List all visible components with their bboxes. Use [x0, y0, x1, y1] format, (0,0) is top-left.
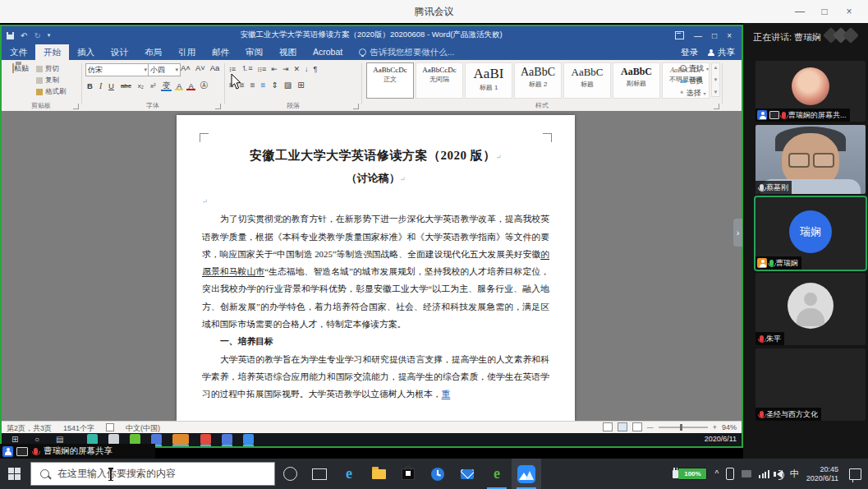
taskbar-search-box[interactable]: 在这里输入你要搜索的内容 — [30, 462, 275, 486]
tab-mailings[interactable]: 邮件 — [204, 44, 237, 60]
sidebar-collapse-handle[interactable]: › — [733, 219, 742, 247]
multilevel-list-button[interactable]: ⁝⁝≡ — [257, 65, 266, 73]
tab-home[interactable]: 开始 — [35, 44, 69, 60]
font-name-select[interactable]: 仿宋▾ — [85, 63, 149, 76]
restore-icon[interactable]: □ — [812, 0, 837, 23]
cortana-button[interactable] — [275, 459, 305, 489]
tencent-meeting-taskbar-button[interactable] — [512, 459, 541, 489]
font-color-button[interactable]: A — [186, 81, 195, 90]
share-button[interactable]: 共享 — [708, 47, 735, 58]
clock-app-button[interactable] — [423, 459, 452, 489]
participant-tile-video[interactable]: 蔡基刚 — [755, 125, 866, 194]
participant-tile-screen-share[interactable]: 曹瑞娴的屏幕共... — [755, 61, 866, 122]
taskbar-clock[interactable]: 20:45 2020/6/11 — [806, 465, 838, 483]
asian-layout-button[interactable]: ✕ — [293, 65, 300, 73]
clipboard-dialog-launcher[interactable] — [73, 104, 79, 109]
word-restore-icon[interactable]: □ — [712, 31, 717, 40]
file-explorer-button[interactable] — [364, 459, 393, 489]
tab-design[interactable]: 设计 — [103, 44, 136, 60]
enclose-characters-button[interactable]: Ⓐ — [199, 81, 210, 91]
tell-me-box[interactable]: 告诉我您想要做什么... — [351, 44, 454, 60]
align-right-button[interactable]: ≡ — [250, 81, 255, 90]
quick-access-dropdown-icon[interactable]: ▾ — [48, 32, 51, 39]
style-title[interactable]: AaBbC 标题 — [563, 62, 611, 99]
bold-button[interactable]: B — [85, 81, 94, 90]
tab-references[interactable]: 引用 — [170, 44, 204, 60]
browser-button[interactable]: e — [482, 459, 512, 489]
network-icon[interactable] — [759, 470, 769, 478]
phonetic-guide-button[interactable]: 变 — [161, 81, 172, 91]
style-normal[interactable]: AaBbCcDc 正文 — [366, 62, 414, 99]
line-spacing-button[interactable]: ⇕ — [271, 81, 278, 90]
zoom-in-button[interactable]: + — [713, 423, 717, 431]
zoom-percentage[interactable]: 94% — [722, 423, 737, 431]
read-mode-icon[interactable] — [603, 422, 613, 431]
change-case-button[interactable]: Aa — [209, 63, 222, 72]
shrink-font-button[interactable]: A˅ — [194, 63, 207, 72]
tab-review[interactable]: 审阅 — [237, 44, 271, 60]
shading-button[interactable]: ▨ — [284, 81, 292, 90]
subscript-button[interactable]: x₂ — [136, 82, 145, 90]
numbering-button[interactable]: ⒈≡ — [241, 63, 252, 74]
find-button[interactable]: 查找▾ — [680, 62, 709, 74]
italic-button[interactable]: I — [98, 82, 103, 90]
phone-icon[interactable] — [726, 468, 734, 480]
styles-dialog-launcher[interactable] — [714, 104, 719, 109]
sort-button[interactable]: ↓ — [305, 65, 309, 73]
tab-acrobat[interactable]: Acrobat — [305, 44, 351, 60]
superscript-button[interactable]: x² — [149, 82, 158, 90]
paste-button[interactable]: 粘贴 — [8, 63, 33, 74]
select-button[interactable]: ⌖选择▾ — [680, 87, 709, 99]
zoom-slider-thumb[interactable] — [680, 424, 682, 431]
start-button[interactable] — [8, 468, 21, 480]
tab-view[interactable]: 视图 — [271, 44, 305, 60]
redo-icon[interactable]: ↻ — [34, 31, 40, 40]
mail-app-button[interactable] — [452, 459, 482, 489]
participant-tile-speaker[interactable]: 瑞娴 曹瑞娴 — [755, 197, 866, 270]
show-marks-button[interactable]: ¶ — [314, 65, 318, 73]
style-subtitle[interactable]: AaBbC 副标题 — [613, 62, 660, 99]
grow-font-button[interactable]: A˄ — [179, 63, 192, 72]
edge-button[interactable]: e — [334, 459, 364, 489]
print-layout-icon[interactable] — [618, 422, 627, 431]
styles-gallery-more-icon[interactable]: ▼ — [714, 90, 719, 95]
participant-tile[interactable]: 朱平 — [755, 273, 866, 345]
style-no-spacing[interactable]: AaBbCcDc 无间隔 — [416, 62, 463, 99]
undo-icon[interactable]: ↶ — [21, 31, 27, 40]
tab-file[interactable]: 文件 — [2, 44, 35, 60]
cut-button[interactable]: 剪切 — [36, 64, 67, 74]
font-dialog-launcher[interactable] — [215, 104, 221, 109]
action-center-icon[interactable] — [849, 468, 861, 480]
tab-layout[interactable]: 布局 — [136, 44, 170, 60]
borders-button[interactable]: ⊞ — [297, 81, 304, 90]
web-layout-icon[interactable] — [632, 422, 642, 431]
outdent-button[interactable]: ⇤ — [271, 65, 278, 73]
styles-scroll-up-icon[interactable]: ▲ — [714, 65, 719, 70]
close-icon[interactable]: × — [837, 0, 861, 23]
tray-app-icon[interactable] — [742, 470, 751, 477]
bullets-button[interactable]: ⁝≡ — [229, 65, 236, 73]
participant-tile[interactable]: 圣经与西方文化 — [755, 348, 866, 421]
highlight-color-button[interactable]: A — [175, 81, 183, 90]
style-heading2[interactable]: AaBbC 标题 2 — [514, 62, 562, 99]
justify-button[interactable]: ≡ — [261, 81, 266, 90]
word-minimize-icon[interactable]: — — [694, 31, 702, 40]
store-button[interactable] — [393, 459, 423, 489]
zoom-slider[interactable] — [659, 427, 708, 428]
document-page[interactable]: 安徽工业大学大学英语修读方案（2020 版）↵ （讨论稿）↵ ↵ 为了切实贯彻党… — [177, 115, 575, 421]
indent-button[interactable]: ⇥ — [282, 65, 289, 73]
styles-scroll-down-icon[interactable]: ▼ — [714, 77, 719, 82]
ribbon-display-options-icon[interactable] — [675, 31, 684, 39]
sign-in-button[interactable]: 登录 — [681, 47, 698, 58]
minimize-icon[interactable]: — — [788, 0, 812, 23]
zoom-out-button[interactable]: — — [647, 423, 654, 431]
document-canvas[interactable]: 安徽工业大学大学英语修读方案（2020 版）↵ （讨论稿）↵ ↵ 为了切实贯彻党… — [2, 111, 742, 421]
paragraph-dialog-launcher[interactable] — [353, 104, 359, 109]
word-close-icon[interactable]: × — [727, 31, 732, 40]
underline-button[interactable]: U — [107, 81, 116, 90]
style-heading1[interactable]: AaBI 标题 1 — [465, 62, 512, 99]
strikethrough-button[interactable]: abc — [119, 82, 133, 90]
volume-icon[interactable] — [777, 470, 783, 478]
format-painter-button[interactable]: 格式刷 — [36, 87, 67, 97]
tab-insert[interactable]: 插入 — [69, 44, 103, 60]
